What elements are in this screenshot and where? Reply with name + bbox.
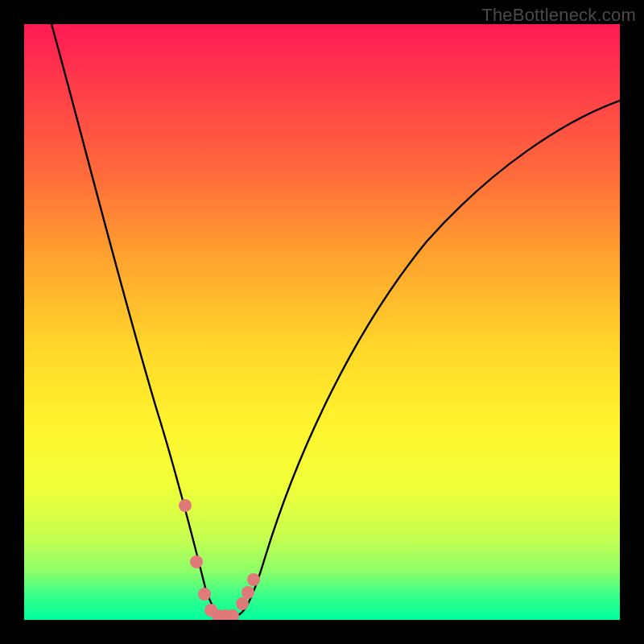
marker-dot [179, 499, 192, 512]
marker-dot [198, 588, 211, 601]
marker-dot [190, 555, 203, 568]
marker-group [179, 499, 260, 620]
marker-dot [247, 573, 260, 586]
watermark-text: TheBottleneck.com [481, 5, 636, 26]
bottleneck-curve [52, 24, 620, 616]
marker-dot [236, 597, 249, 610]
marker-dot [242, 586, 254, 599]
chart-frame [24, 24, 620, 620]
chart-svg [24, 24, 620, 620]
